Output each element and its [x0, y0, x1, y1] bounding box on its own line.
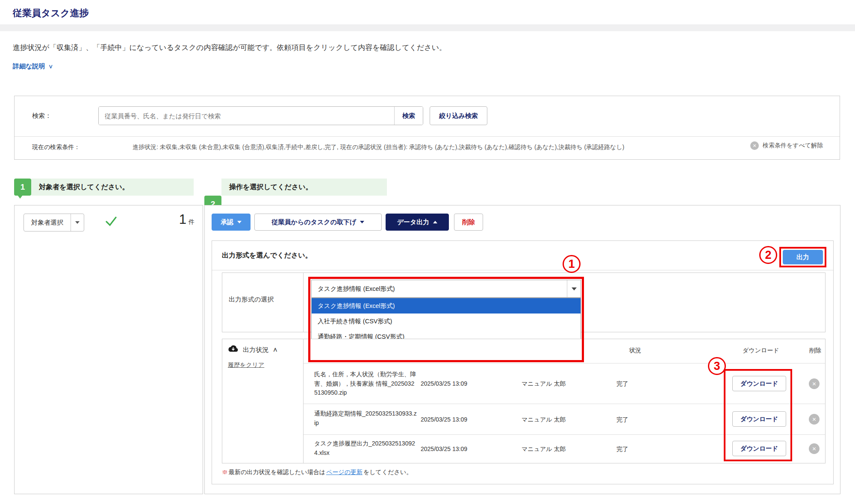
target-select-label: 対象者選択: [24, 214, 71, 231]
delete-x-icon[interactable]: ✕: [809, 378, 820, 389]
output-status-cell-divider: [303, 339, 304, 463]
export-format-heading: 出力形式を選んでください。: [222, 251, 312, 260]
table-row-filename[interactable]: 氏名，住所，本人状況（勤労学生、障害、婚姻），扶養家族 情報_202503251…: [314, 370, 417, 398]
table-row-datetime: 2025/03/25 13:09: [421, 416, 467, 423]
caret-down-icon: [360, 221, 364, 223]
status-badge: 完了: [616, 416, 628, 424]
selected-count: 1 件: [156, 212, 195, 227]
step-1-number: 1: [14, 179, 31, 196]
table-row-executor: マニュアル 太郎: [522, 380, 566, 388]
header-status: 状況: [629, 347, 641, 355]
table-row-datetime: 2025/03/25 13:09: [421, 445, 467, 452]
dropdown-option-task-progress[interactable]: タスク進捗情報 (Excel形式): [312, 298, 581, 314]
clear-all-conditions-button[interactable]: ✕ 検索条件をすべて解除: [750, 141, 823, 150]
collapse-chevron-icon: ∧: [273, 346, 278, 354]
caret-down-icon: [71, 214, 84, 231]
delete-x-icon[interactable]: ✕: [809, 443, 820, 454]
table-row-executor: マニュアル 太郎: [522, 416, 566, 424]
withdraw-task-button[interactable]: 従業員からのタスクの取下げ: [254, 214, 382, 231]
output-button[interactable]: 出力: [783, 250, 823, 264]
count-value: 1: [179, 212, 186, 227]
delete-button[interactable]: 削除: [454, 214, 483, 231]
annotation-circle-1: 1: [563, 255, 581, 273]
download-button[interactable]: ダウンロード: [732, 441, 786, 456]
dropdown-arrow-icon: [567, 280, 581, 297]
approve-label: 承認: [221, 218, 233, 226]
search-panel-divider: [15, 136, 840, 137]
dropdown-option-onboarding[interactable]: 入社手続き情報 (CSV形式): [312, 314, 581, 329]
header-delete: 削除: [809, 347, 821, 355]
search-button[interactable]: 検索: [394, 107, 423, 125]
output-status-label: 出力状況: [243, 346, 268, 354]
page-refresh-link[interactable]: ページの更新: [326, 469, 363, 476]
status-badge: 完了: [616, 445, 628, 453]
caret-up-icon: [433, 221, 437, 223]
checkmark-icon: [105, 216, 117, 228]
format-row-cell-divider: [303, 273, 304, 332]
header-download: ダウンロード: [743, 347, 779, 355]
count-unit: 件: [189, 218, 195, 226]
clear-all-conditions-label: 検索条件をすべて解除: [763, 142, 823, 149]
note-asterisk: ※: [222, 469, 228, 476]
header-row-divider: [304, 363, 825, 363]
data-export-button[interactable]: データ出力: [386, 214, 449, 231]
table-row-filename[interactable]: タスク進捗履歴出力_20250325130924.xlsx: [314, 439, 417, 457]
search-input[interactable]: [99, 107, 394, 125]
note-text-after: をしてください。: [363, 469, 412, 476]
download-button[interactable]: ダウンロード: [732, 376, 786, 391]
note-text-before: 最新の出力状況を確認したい場合は: [229, 469, 325, 476]
withdraw-task-label: 従業員からのタスクの取下げ: [272, 218, 357, 226]
cloud-download-icon: [228, 345, 239, 355]
table-row-datetime: 2025/03/25 13:09: [421, 380, 467, 387]
clear-history-link[interactable]: 履歴をクリア: [228, 361, 264, 369]
page-description: 進捗状況が「収集済」、「手続中」になっているタスクの内容確認が可能です。依頼項目…: [13, 43, 446, 53]
annotation-circle-2: 2: [759, 246, 777, 264]
format-select-value: タスク進捗情報 (Excel形式): [312, 280, 567, 297]
step-1-label: 対象者を選択してください。: [31, 179, 194, 196]
row-divider: [304, 434, 825, 435]
data-export-label: データ出力: [397, 218, 430, 226]
detail-description-label: 詳細な説明: [13, 62, 45, 70]
output-status-toggle[interactable]: 出力状況 ∧: [228, 345, 278, 355]
caret-down-icon: [237, 221, 242, 223]
current-conditions-label: 現在の検索条件：: [32, 144, 80, 151]
status-badge: 完了: [616, 380, 628, 388]
current-conditions-text: 進捗状況: 未収集,未収集 (未合意),未収集 (合意済),収集済,手続中,差戻…: [133, 144, 731, 151]
row-divider: [304, 404, 825, 404]
delete-x-icon[interactable]: ✕: [809, 414, 820, 425]
approve-button[interactable]: 承認: [212, 214, 251, 231]
table-row-executor: マニュアル 太郎: [522, 445, 566, 453]
search-label: 検索：: [32, 112, 51, 120]
advanced-search-button[interactable]: 絞り込み検索: [430, 106, 487, 125]
page-title: 従業員タスク進捗: [13, 7, 89, 20]
target-select-button[interactable]: 対象者選択: [24, 214, 84, 231]
refresh-note: ※ 最新の出力状況を確認したい場合は ページの更新 をしてください。: [222, 469, 412, 476]
detail-description-link[interactable]: 詳細な説明 ∨: [13, 62, 53, 70]
download-button[interactable]: ダウンロード: [732, 411, 786, 427]
chevron-down-icon: ∨: [48, 63, 53, 70]
table-row-filename[interactable]: 通勤経路定期情報_20250325130933.zip: [314, 409, 417, 428]
step-2-label: 操作を選択してください。: [221, 179, 387, 196]
format-select[interactable]: タスク進捗情報 (Excel形式): [311, 280, 581, 298]
clear-search-icon: ✕: [750, 141, 759, 150]
header-divider-band: [0, 24, 855, 31]
search-input-group: 検索: [98, 106, 423, 125]
format-select-label: 出力形式の選択: [229, 296, 274, 304]
export-panel-divider: [212, 270, 833, 270]
annotation-circle-3: 3: [708, 357, 726, 375]
target-selection-panel: [14, 205, 203, 494]
employee-task-progress-page: 従業員タスク進捗 進捗状況が「収集済」、「手続中」になっているタスクの内容確認が…: [0, 0, 855, 504]
